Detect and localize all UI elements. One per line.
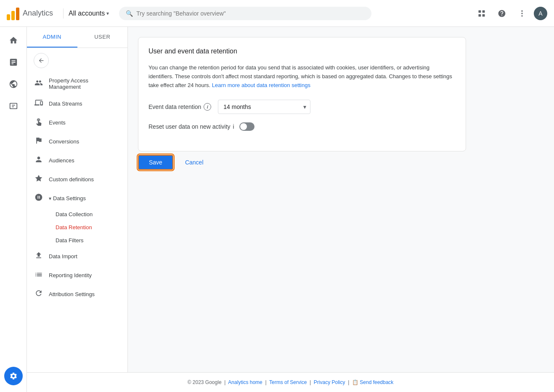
svg-rect-0 — [479, 10, 481, 13]
custom-definitions-icon — [34, 174, 44, 185]
help-button[interactable] — [493, 5, 510, 22]
account-selector[interactable]: All accounts ▾ — [69, 10, 109, 17]
svg-point-5 — [521, 13, 522, 14]
search-icon: 🔍 — [126, 10, 133, 17]
conversions-icon — [34, 136, 44, 147]
sidebar-item-data-streams[interactable]: Data Streams — [27, 94, 127, 113]
footer-link-privacy[interactable]: Privacy Policy — [314, 379, 345, 385]
event-retention-row: Event data retention i 2 months 14 month… — [148, 100, 456, 114]
data-import-label: Data Import — [49, 253, 77, 260]
reset-user-data-row: Reset user data on new activity i — [148, 122, 456, 131]
audiences-label: Audiences — [49, 157, 74, 164]
sidebar-item-events[interactable]: Events — [27, 113, 127, 132]
data-streams-icon — [34, 98, 44, 109]
data-import-icon — [34, 251, 44, 262]
sidebar-back-button[interactable] — [34, 53, 49, 68]
nav-reports-button[interactable] — [3, 52, 24, 72]
logo-bar-2 — [11, 11, 15, 20]
sidebar-item-audiences[interactable]: Audiences — [27, 151, 127, 170]
sidebar-item-property-access[interactable]: Property Access Management — [27, 73, 127, 94]
sidebar-subitem-data-filters[interactable]: Data Filters — [49, 234, 127, 247]
save-button[interactable]: Save — [138, 155, 173, 170]
main-content: User and event data retention You can ch… — [128, 27, 554, 392]
attribution-settings-label: Attribution Settings — [49, 291, 95, 297]
data-streams-label: Data Streams — [49, 101, 82, 107]
sidebar-item-reporting-identity[interactable]: Reporting Identity — [27, 266, 127, 285]
events-icon — [34, 117, 44, 128]
reset-help-icon[interactable]: i — [233, 123, 234, 130]
sidebar-tabs: ADMIN USER — [27, 27, 127, 48]
topbar-divider — [63, 8, 64, 19]
svg-marker-7 — [35, 175, 42, 182]
nav-home-button[interactable] — [3, 30, 24, 50]
settings-fab-button[interactable] — [4, 367, 23, 385]
search-input[interactable] — [136, 10, 365, 17]
sidebar-item-conversions[interactable]: Conversions — [27, 132, 127, 151]
conversions-label: Conversions — [49, 138, 79, 145]
footer-link-feedback[interactable]: Send feedback — [360, 379, 393, 385]
sidebar-subitem-data-retention[interactable]: Data Retention — [49, 221, 127, 234]
logo-bar-1 — [7, 14, 10, 20]
event-retention-label: Event data retention i — [148, 103, 211, 111]
sidebar-item-attribution-settings[interactable]: Attribution Settings — [27, 285, 127, 304]
account-label: All accounts — [69, 10, 105, 17]
nav-explore-button[interactable] — [3, 74, 24, 94]
svg-point-6 — [521, 15, 522, 16]
reset-toggle[interactable] — [239, 122, 254, 131]
reset-label-text: Reset user data on new activity — [148, 123, 231, 130]
more-options-button[interactable] — [514, 5, 530, 22]
event-retention-label-text: Event data retention — [148, 103, 201, 110]
account-dropdown-arrow: ▾ — [106, 11, 109, 16]
data-settings-icon — [34, 193, 44, 204]
logo-bar-3 — [16, 8, 19, 20]
svg-rect-2 — [479, 14, 481, 16]
tab-admin[interactable]: ADMIN — [27, 27, 77, 48]
attribution-icon — [34, 289, 44, 299]
sidebar-subitem-data-collection[interactable]: Data Collection — [49, 208, 127, 221]
sidebar-item-custom-definitions[interactable]: Custom definitions — [27, 170, 127, 189]
toggle-thumb — [240, 123, 247, 130]
footer-copyright: © 2023 Google — [188, 379, 222, 385]
retention-card: User and event data retention You can ch… — [138, 37, 466, 151]
svg-rect-3 — [482, 14, 485, 16]
event-retention-help-icon[interactable]: i — [204, 103, 211, 111]
nav-advertising-button[interactable] — [3, 96, 24, 116]
data-settings-submenu: Data Collection Data Retention Data Filt… — [27, 208, 127, 247]
app-logo: Analytics — [7, 7, 53, 20]
footer: © 2023 Google | Analytics home | Terms o… — [27, 372, 554, 392]
reset-label: Reset user data on new activity i — [148, 123, 234, 130]
card-title: User and event data retention — [148, 48, 456, 55]
main-layout: ADMIN USER Property Access Management Da… — [0, 27, 554, 392]
app-name: Analytics — [23, 9, 53, 18]
sidebar-item-data-import[interactable]: Data Import — [27, 247, 127, 266]
data-settings-caret: ▾ — [49, 196, 51, 201]
user-avatar[interactable]: A — [534, 7, 547, 20]
event-retention-select-wrapper: 2 months 14 months — [218, 100, 310, 114]
learn-more-link[interactable]: Learn more about data retention settings — [212, 82, 310, 88]
svg-rect-1 — [482, 10, 485, 13]
footer-link-tos[interactable]: Terms of Service — [269, 379, 307, 385]
custom-definitions-label: Custom definitions — [49, 176, 94, 183]
property-access-label: Property Access Management — [49, 77, 121, 90]
tab-user[interactable]: USER — [77, 27, 128, 48]
card-description: You can change the retention period for … — [148, 64, 456, 90]
svg-point-4 — [521, 10, 522, 11]
logo-bars-icon — [7, 7, 19, 20]
left-nav — [0, 27, 27, 392]
reporting-identity-label: Reporting Identity — [49, 272, 92, 278]
footer-link-analytics-home[interactable]: Analytics home — [228, 379, 262, 385]
events-label: Events — [49, 119, 66, 126]
event-retention-select[interactable]: 2 months 14 months — [218, 100, 310, 114]
search-bar[interactable]: 🔍 — [119, 7, 371, 20]
sidebar-item-data-settings[interactable]: ▾ Data Settings — [27, 189, 127, 208]
property-access-icon — [34, 79, 44, 89]
apps-grid-button[interactable] — [473, 5, 490, 22]
topbar-actions: A — [473, 5, 547, 22]
cancel-button[interactable]: Cancel — [178, 156, 210, 169]
topbar: Analytics All accounts ▾ 🔍 A — [0, 0, 554, 27]
data-settings-label-text: Data Settings — [53, 195, 86, 201]
audiences-icon — [34, 155, 44, 166]
action-buttons-row: Save Cancel — [138, 155, 544, 170]
sidebar: ADMIN USER Property Access Management Da… — [27, 27, 128, 392]
reporting-identity-icon — [34, 270, 44, 281]
